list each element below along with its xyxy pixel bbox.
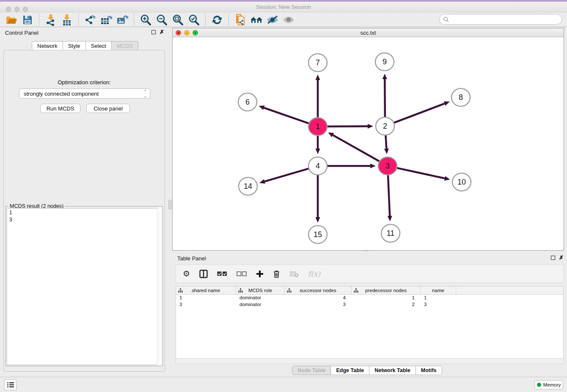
toolbar-separator: [205, 14, 206, 26]
float-table-panel-icon[interactable]: [551, 256, 555, 260]
run-mcds-button[interactable]: Run MCDS: [40, 104, 80, 113]
network-from-selection-button[interactable]: [232, 14, 248, 26]
tab-network-table[interactable]: Network Table: [369, 366, 416, 375]
tab-select[interactable]: Select: [86, 41, 112, 50]
memory-button[interactable]: Memory: [534, 380, 563, 389]
delete-table-button[interactable]: [289, 271, 299, 277]
optimization-criterion-select[interactable]: strongly connected component ⌃⌄: [19, 88, 150, 99]
first-neighbors-button[interactable]: [248, 14, 264, 26]
refresh-button[interactable]: [209, 14, 225, 26]
column-header-shared-name[interactable]: shared name: [176, 287, 236, 294]
tab-network[interactable]: Network: [32, 41, 63, 50]
cell-shared-name[interactable]: 3: [176, 301, 236, 308]
result-scrollbar[interactable]: [157, 207, 162, 365]
zoom-selected-button[interactable]: [186, 14, 202, 26]
maximize-network-icon[interactable]: ＋: [193, 30, 198, 36]
delete-columns-button[interactable]: [273, 270, 280, 278]
hide-selected-button[interactable]: [264, 14, 281, 26]
tab-mcds[interactable]: MCDS: [112, 41, 138, 50]
cell-shared-name[interactable]: 1: [176, 295, 236, 301]
graph-edge-arrowhead: [383, 74, 387, 79]
graph-edge-1-6[interactable]: [264, 108, 309, 124]
graph-node-label: 8: [459, 93, 463, 102]
save-session-button[interactable]: [19, 14, 36, 26]
cell-MCDS-role[interactable]: dominator: [236, 301, 285, 308]
search-field[interactable]: [439, 14, 562, 25]
table-row[interactable]: 3dominator323: [176, 301, 563, 308]
import-table-button[interactable]: [59, 14, 75, 26]
open-file-button[interactable]: [3, 14, 19, 26]
function-builder-button[interactable]: f(x): [308, 270, 320, 278]
mcds-result-text[interactable]: 1 3: [7, 208, 162, 365]
task-history-button[interactable]: [4, 379, 17, 390]
tab-motifs[interactable]: Motifs: [416, 366, 442, 375]
show-all-button[interactable]: [281, 14, 297, 26]
minimize-network-icon[interactable]: −: [184, 30, 190, 36]
graph-edge-1-2[interactable]: [327, 126, 368, 127]
cell-successor-nodes[interactable]: 3: [285, 301, 352, 308]
export-network-button[interactable]: [82, 14, 98, 26]
search-input[interactable]: [449, 17, 555, 22]
column-header-label: successor nodes: [300, 288, 336, 293]
graph-edge-3-10[interactable]: [396, 168, 444, 179]
tab-edge-table[interactable]: Edge Table: [331, 366, 369, 375]
import-network-button[interactable]: [43, 14, 59, 26]
close-table-panel-icon[interactable]: ✗: [559, 254, 564, 261]
cell-predecessor-nodes[interactable]: 1: [352, 295, 421, 301]
add-column-button[interactable]: [256, 270, 264, 278]
cell-successor-nodes[interactable]: 4: [285, 295, 352, 301]
zoom-window-icon[interactable]: [23, 7, 28, 12]
column-header-label: predecessor nodes: [365, 288, 407, 293]
network-canvas[interactable]: 1234678910111415: [173, 37, 564, 250]
zoom-in-button[interactable]: [138, 14, 154, 26]
select-all-columns-button[interactable]: [217, 271, 227, 276]
cell-name[interactable]: 1: [421, 295, 456, 301]
float-panel-icon[interactable]: [151, 30, 156, 34]
control-panel-title: Control Panel: [5, 30, 39, 36]
network-window-titlebar[interactable]: ✕ − ＋ scc.txt: [173, 28, 564, 37]
table-options-button[interactable]: ⚙: [183, 269, 190, 279]
table-row[interactable]: 1dominator411: [176, 295, 563, 301]
graph-edge-2-8[interactable]: [394, 104, 445, 123]
column-header-MCDS-role[interactable]: MCDS role: [236, 287, 285, 294]
zoom-fit-button[interactable]: [170, 14, 186, 26]
column-header-name[interactable]: name: [421, 287, 456, 294]
table-panel: Table Panel ✗ ⚙ f(x) shared nameMCDS rol…: [172, 253, 567, 376]
plus-icon: [256, 270, 264, 278]
zoom-out-button[interactable]: [154, 14, 170, 26]
table-horizontal-scrollbar[interactable]: [176, 358, 564, 364]
column-layout-button[interactable]: [199, 270, 208, 278]
column-header-predecessor-nodes[interactable]: predecessor nodes: [352, 287, 421, 294]
column-layout-icon: [199, 270, 208, 278]
export-image-button[interactable]: [114, 14, 130, 26]
unselect-all-columns-button[interactable]: [237, 271, 247, 276]
close-panel-button[interactable]: Close panel: [86, 104, 130, 113]
graph-edge-3-11[interactable]: [388, 175, 390, 216]
cell-predecessor-nodes[interactable]: 2: [352, 301, 421, 308]
column-header-successor-nodes[interactable]: successor nodes: [285, 287, 352, 294]
graph-node-label: 11: [387, 229, 395, 237]
graph-edge-2-9[interactable]: [385, 79, 385, 117]
close-network-icon[interactable]: ✕: [176, 30, 181, 36]
zoom-fit-icon: [172, 14, 184, 26]
tab-node-table[interactable]: Node Table: [292, 366, 331, 375]
cell-MCDS-role[interactable]: dominator: [236, 295, 285, 301]
graph-edge-arrowhead: [444, 176, 450, 181]
graph-edge-4-14[interactable]: [264, 168, 309, 181]
table-toolbar: ⚙ f(x): [176, 265, 564, 283]
close-panel-icon[interactable]: ✗: [160, 29, 164, 35]
graph-edge-3-1[interactable]: [333, 135, 380, 161]
close-window-icon[interactable]: [6, 7, 11, 12]
delete-table-icon: [289, 271, 299, 277]
unchecked-boxes-icon: [237, 271, 247, 276]
graph-edge-2-3[interactable]: [385, 135, 386, 149]
table-tabs: Node TableEdge TableNetwork TableMotifs: [292, 366, 442, 375]
minimize-window-icon[interactable]: [14, 7, 19, 12]
export-table-button[interactable]: [98, 14, 114, 26]
tab-style[interactable]: Style: [63, 41, 86, 50]
cell-name[interactable]: 3: [421, 301, 456, 308]
vertical-splitter-handle[interactable]: [168, 200, 172, 209]
zoom-in-icon: [140, 14, 151, 26]
zoom-out-icon: [156, 14, 168, 26]
list-icon: [7, 382, 14, 388]
